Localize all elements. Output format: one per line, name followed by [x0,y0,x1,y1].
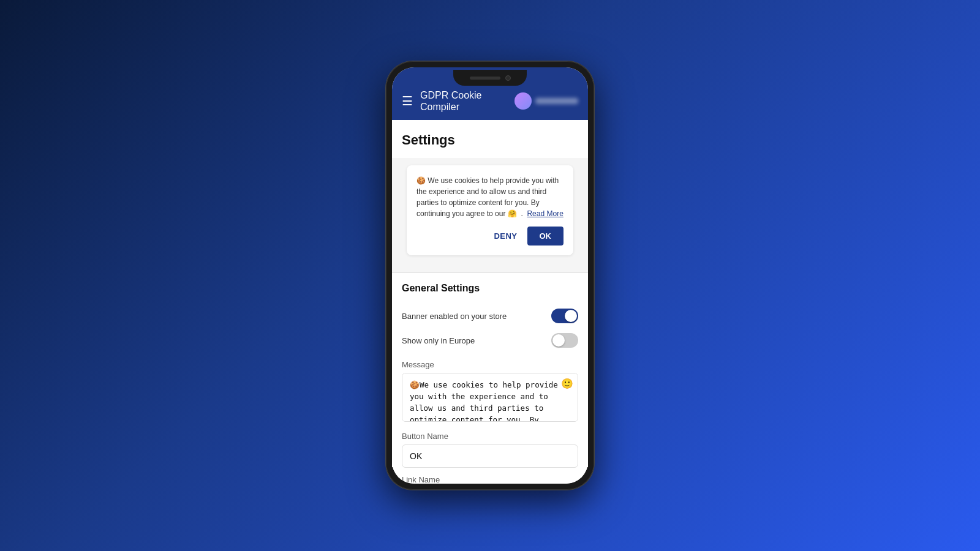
phone-screen: ☰ GDPR Cookie Compiler Settings 🍪 [392,67,588,484]
cookie-emoji: 🍪 [417,176,426,185]
content-area[interactable]: Settings 🍪 We use cookies to help provid… [392,120,588,484]
link-name-label: Link Name [402,475,578,484]
button-name-input[interactable] [402,444,578,468]
read-more-link[interactable]: Read More [527,209,563,218]
button-name-field-group: Button Name [402,432,578,468]
banner-enabled-toggle[interactable] [551,309,578,323]
general-settings-title: General Settings [402,283,578,294]
hug-emoji: 🤗 [508,209,517,218]
toggle-knob-on [565,310,577,322]
notch-speaker [470,77,500,80]
emoji-picker-icon[interactable]: 🙂 [561,378,573,389]
menu-icon[interactable]: ☰ [402,94,413,108]
deny-button[interactable]: DENY [489,228,522,244]
banner-enabled-label: Banner enabled on your store [402,312,507,321]
user-name-blurred [535,98,578,104]
button-name-label: Button Name [402,432,578,441]
banner-preview-card: 🍪 We use cookies to help provide you wit… [407,165,573,255]
toggle-knob-off [552,334,565,347]
notch-camera [505,75,511,81]
banner-enabled-row: Banner enabled on your store [402,304,578,328]
message-label: Message [402,360,578,369]
message-field-group: Message 🍪We use cookies to help provide … [402,360,578,424]
ok-button[interactable]: OK [527,227,564,246]
avatar [514,92,532,110]
link-name-field-group: Link Name [402,475,578,484]
phone-shell: ☰ GDPR Cookie Compiler Settings 🍪 [386,61,594,490]
general-settings-section: General Settings Banner enabled on your … [392,273,588,484]
message-textarea[interactable]: 🍪We use cookies to help provide you with… [402,373,578,422]
app-title: GDPR Cookie Compiler [420,89,507,113]
page-heading: Settings [392,120,588,158]
user-avatar-area[interactable] [514,92,578,110]
europe-only-label: Show only in Europe [402,336,475,345]
banner-actions: DENY OK [417,227,564,246]
europe-only-toggle[interactable] [551,333,578,348]
europe-only-row: Show only in Europe [402,328,578,353]
phone-notch [453,70,527,86]
banner-message-text: 🍪 We use cookies to help provide you wit… [417,175,564,219]
message-textarea-wrapper: 🍪We use cookies to help provide you with… [402,373,578,424]
